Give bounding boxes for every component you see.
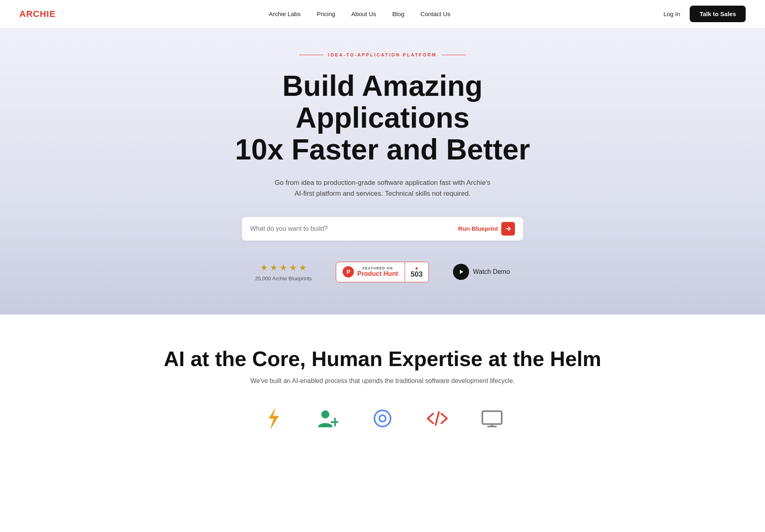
star-2: ★ (270, 263, 278, 273)
star-5: ★ (299, 263, 307, 273)
hero-eyebrow: IDEA-TO-APPLICATION PLATFORM (299, 52, 466, 57)
search-box: Run Blueprint (242, 217, 523, 241)
desktop-icon (481, 407, 503, 430)
lightning-icon (262, 407, 284, 430)
star-1: ★ (260, 263, 268, 273)
section2-subtitle: We've built an AI-enabled process that u… (242, 377, 523, 385)
hero-subtitle: Go from idea to production-grade softwar… (270, 177, 495, 199)
nav-about[interactable]: About Us (351, 10, 376, 17)
social-proof-row: ★ ★ ★ ★ ★ 25,000 Archie Blueprints P FEA… (255, 262, 510, 282)
icon-card-desktop (465, 407, 519, 431)
eyebrow-text: IDEA-TO-APPLICATION PLATFORM (328, 52, 437, 57)
watch-demo-label: Watch Demo (473, 268, 510, 275)
talk-to-sales-button[interactable]: Talk to Sales (690, 6, 746, 22)
icon-card-ring (355, 407, 410, 431)
star-icons: ★ ★ ★ ★ ★ (260, 263, 307, 273)
logo[interactable]: ARCHIE (19, 9, 56, 19)
svg-rect-6 (482, 411, 502, 424)
icon-card-lightning (246, 407, 300, 431)
star-3: ★ (279, 263, 287, 273)
hero-title: Build Amazing Applications 10x Faster an… (221, 70, 544, 166)
person-plus-icon (316, 407, 339, 430)
ph-featured-on: FEATURED ON (357, 266, 398, 270)
section2: AI at the Core, Human Expertise at the H… (0, 315, 765, 455)
ph-logo: P (343, 266, 354, 277)
hero-section: IDEA-TO-APPLICATION PLATFORM Build Amazi… (0, 28, 765, 315)
section2-title: AI at the Core, Human Expertise at the H… (19, 347, 746, 371)
ph-text: FEATURED ON Product Hunt (357, 266, 398, 277)
icon-card-code (410, 407, 465, 431)
nav-blog[interactable]: Blog (392, 10, 404, 17)
search-input[interactable] (250, 219, 452, 239)
stars-block: ★ ★ ★ ★ ★ 25,000 Archie Blueprints (255, 263, 312, 282)
eyebrow-line-right (442, 55, 466, 55)
svg-line-5 (436, 412, 439, 425)
navbar: ARCHIE Archie Labs Pricing About Us Blog… (0, 0, 765, 28)
play-icon (453, 264, 469, 280)
ring-icon (371, 407, 394, 430)
svg-point-3 (374, 410, 391, 426)
stars-label: 25,000 Archie Blueprints (255, 275, 312, 282)
login-link[interactable]: Log In (664, 10, 680, 17)
ph-left: P FEATURED ON Product Hunt (336, 262, 405, 282)
nav-links: Archie Labs Pricing About Us Blog Contac… (269, 10, 451, 18)
ph-name: Product Hunt (357, 270, 398, 277)
nav-pricing[interactable]: Pricing (317, 10, 335, 17)
watch-demo-block[interactable]: Watch Demo (453, 264, 510, 280)
run-blueprint-button[interactable]: Run Blueprint (452, 219, 518, 239)
ph-arrow-icon: ▲ (414, 265, 419, 270)
ph-right: ▲ 503 (405, 262, 428, 282)
product-hunt-badge[interactable]: P FEATURED ON Product Hunt ▲ 503 (336, 262, 428, 282)
nav-right: Log In Talk to Sales (664, 6, 746, 22)
star-4: ★ (289, 263, 297, 273)
ph-count: 503 (411, 270, 423, 279)
eyebrow-line-left (299, 55, 323, 55)
code-icon (426, 407, 449, 430)
run-blueprint-icon (501, 222, 515, 236)
icon-card-person (300, 407, 355, 431)
icon-row (19, 407, 746, 431)
svg-point-4 (379, 415, 386, 422)
nav-contact[interactable]: Contact Us (420, 10, 450, 17)
svg-point-0 (321, 410, 329, 418)
nav-archie-labs[interactable]: Archie Labs (269, 10, 301, 17)
